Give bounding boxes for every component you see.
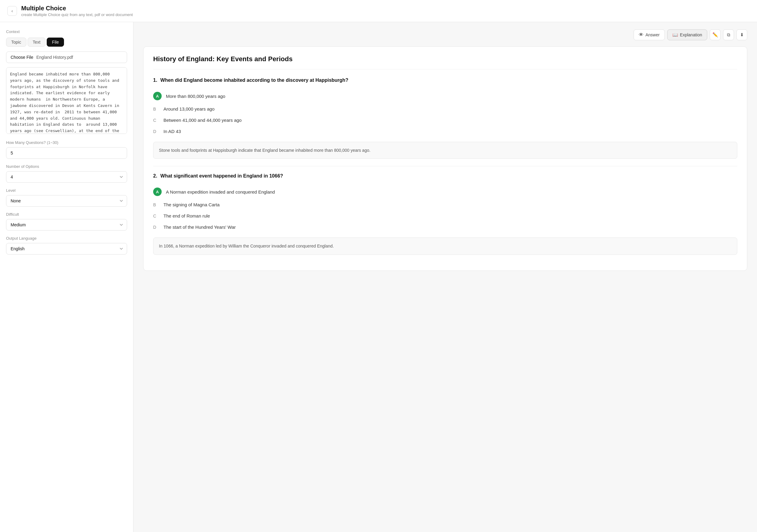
explanation-1: Stone tools and footprints at Happisburg…: [153, 142, 737, 159]
question-num-1: 1.: [153, 77, 157, 83]
input-tab-group: Topic Text File: [6, 38, 127, 47]
output-language-label: Output Language: [6, 236, 127, 240]
eye-icon: 👁: [639, 32, 644, 38]
edit-button[interactable]: ✏️: [710, 29, 721, 40]
option-row-2d: D The start of the Hundred Years' War: [153, 221, 737, 233]
book-icon: 📖: [672, 32, 678, 38]
quiz-toolbar: 👁 Answer 📖 Explanation ✏️ ⧉ ⬇: [143, 29, 747, 40]
option-letter-2d: D: [153, 225, 159, 230]
context-textarea[interactable]: England became inhabited more than 800,0…: [6, 67, 127, 134]
num-options-label: Number of Options: [6, 164, 127, 169]
option-letter-1d: D: [153, 129, 159, 134]
option-letter-1c: C: [153, 118, 159, 123]
level-label: Level: [6, 188, 127, 193]
option-letter-2b: B: [153, 202, 159, 207]
tab-topic[interactable]: Topic: [6, 38, 26, 47]
tab-text[interactable]: Text: [28, 38, 46, 47]
copy-button[interactable]: ⧉: [723, 29, 734, 40]
file-name-display: England History.pdf: [36, 55, 73, 60]
option-text-2b: The signing of Magna Carta: [164, 202, 220, 207]
quiz-card: History of England: Key Events and Perio…: [143, 46, 747, 271]
output-language-select[interactable]: English Spanish French German: [6, 243, 127, 255]
option-text-1c: Between 41,000 and 44,000 years ago: [164, 118, 242, 123]
num-questions-label: How Many Questions? (1~30): [6, 140, 127, 145]
back-button[interactable]: ‹: [7, 6, 17, 16]
option-text-1b: Around 13,000 years ago: [164, 106, 214, 111]
download-button[interactable]: ⬇: [736, 29, 747, 40]
option-row-2b: B The signing of Magna Carta: [153, 199, 737, 210]
quiz-title: History of England: Key Events and Perio…: [153, 55, 737, 70]
explanation-button[interactable]: 📖 Explanation: [667, 29, 707, 40]
option-letter-2a: A: [153, 187, 162, 196]
app-header: ‹ Multiple Choice create Multiple Choice…: [0, 0, 757, 22]
question-num-2: 2.: [153, 173, 157, 179]
option-row-1c: C Between 41,000 and 44,000 years ago: [153, 115, 737, 126]
sidebar: Context Topic Text File Choose File Engl…: [0, 22, 134, 532]
option-row-2a: A A Norman expedition invaded and conque…: [153, 184, 737, 199]
level-select[interactable]: None Basic Intermediate Advanced: [6, 195, 127, 207]
option-row-1a: A More than 800,000 years ago: [153, 89, 737, 103]
question-block-1: 1. When did England become inhabited acc…: [153, 77, 737, 159]
file-input-row: Choose File England History.pdf: [6, 51, 127, 63]
difficult-label: Difficult: [6, 212, 127, 217]
num-options-select[interactable]: 4 2 3 5: [6, 171, 127, 183]
explanation-2: In 1066, a Norman expedition led by Will…: [153, 238, 737, 255]
download-icon: ⬇: [740, 32, 744, 38]
copy-icon: ⧉: [727, 32, 730, 38]
tab-file[interactable]: File: [47, 38, 64, 47]
question-text-1: 1. When did England become inhabited acc…: [153, 77, 737, 84]
answer-button[interactable]: 👁 Answer: [634, 29, 665, 40]
option-letter-1b: B: [153, 107, 159, 111]
page-title: Multiple Choice: [21, 5, 133, 12]
option-text-2a: A Norman expedition invaded and conquere…: [166, 189, 275, 194]
question-block-2: 2. What significant event happened in En…: [153, 172, 737, 255]
page-subtitle: create Multiple Choice quiz from any tex…: [21, 13, 133, 17]
choose-file-button[interactable]: Choose File: [11, 55, 33, 60]
num-questions-input[interactable]: [6, 147, 127, 159]
option-text-1a: More than 800,000 years ago: [166, 94, 225, 99]
option-row-2c: C The end of Roman rule: [153, 210, 737, 221]
option-letter-2c: C: [153, 213, 159, 218]
difficult-select[interactable]: Medium Easy Hard: [6, 219, 127, 231]
option-letter-1a: A: [153, 92, 162, 100]
question-text-2: 2. What significant event happened in En…: [153, 172, 737, 180]
edit-icon: ✏️: [712, 32, 718, 38]
option-row-1b: B Around 13,000 years ago: [153, 103, 737, 115]
content-area: 👁 Answer 📖 Explanation ✏️ ⧉ ⬇: [134, 22, 757, 532]
option-text-2d: The start of the Hundred Years' War: [164, 225, 236, 230]
option-text-1d: In AD 43: [164, 129, 181, 134]
option-text-2c: The end of Roman rule: [164, 213, 210, 218]
option-row-1d: D In AD 43: [153, 126, 737, 137]
context-label: Context: [6, 29, 127, 34]
